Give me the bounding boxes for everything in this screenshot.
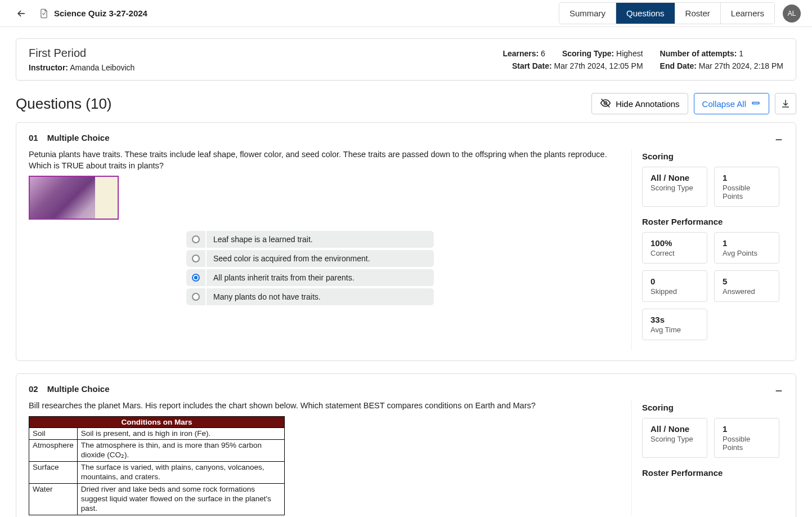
mars-table: Conditions on Mars SoilSoil is present, … bbox=[29, 416, 285, 515]
attempts-label: Number of attempts: bbox=[660, 49, 737, 58]
q1-points-box: 1 Possible Points bbox=[714, 167, 779, 207]
q1-roster-heading: Roster Performance bbox=[642, 217, 783, 226]
instructor-name: Amanda Leibovich bbox=[70, 63, 134, 72]
download-button[interactable] bbox=[775, 93, 796, 114]
document-icon bbox=[39, 8, 50, 19]
collapse-all-label: Collapse All bbox=[702, 99, 746, 109]
q1-skipped-box: 0 Skipped bbox=[642, 270, 707, 302]
mars-table-title: Conditions on Mars bbox=[29, 416, 285, 427]
mars-row-3: WaterDried river and lake beds and some … bbox=[29, 483, 285, 515]
avatar[interactable]: AL bbox=[783, 5, 801, 23]
learners-label: Learners: bbox=[503, 49, 539, 58]
q1-scoring-heading: Scoring bbox=[642, 151, 783, 161]
class-info-card: First Period Instructor: Amanda Leibovic… bbox=[16, 38, 796, 81]
hide-annotations-label: Hide Annotations bbox=[616, 99, 679, 109]
end-date-label: End Date: bbox=[660, 61, 697, 70]
q2-number: 02 bbox=[29, 384, 38, 394]
collapse-question-2-button[interactable] bbox=[774, 386, 783, 397]
end-date-value: Mar 27th 2024, 2:18 PM bbox=[699, 61, 783, 70]
collapse-icon bbox=[751, 98, 761, 110]
svg-rect-2 bbox=[752, 102, 759, 104]
q1-choice-3-label: Many plants do not have traits. bbox=[205, 288, 434, 305]
radio-icon bbox=[192, 235, 200, 243]
radio-icon bbox=[192, 255, 200, 262]
radio-icon bbox=[192, 274, 200, 282]
question-card-1: 01 Multiple Choice Petunia plants have t… bbox=[16, 122, 796, 361]
q1-number: 01 bbox=[29, 133, 38, 142]
section-title: Questions (10) bbox=[16, 95, 586, 113]
q1-choice-1-label: Seed color is acquired from the environm… bbox=[205, 250, 434, 267]
start-date-value: Mar 27th 2024, 12:05 PM bbox=[554, 61, 643, 70]
tab-roster[interactable]: Roster bbox=[675, 3, 721, 24]
svg-rect-4 bbox=[776, 390, 782, 391]
eye-off-icon bbox=[600, 97, 611, 110]
collapse-all-button[interactable]: Collapse All bbox=[694, 93, 769, 114]
q1-choice-2-label: All plants inherit traits from their par… bbox=[205, 269, 434, 286]
collapse-question-1-button[interactable] bbox=[774, 135, 783, 146]
tab-learners[interactable]: Learners bbox=[721, 3, 774, 24]
tab-questions[interactable]: Questions bbox=[616, 3, 675, 24]
learners-value: 6 bbox=[541, 49, 545, 58]
q2-roster-heading: Roster Performance bbox=[642, 468, 783, 478]
scoring-type-value: Highest bbox=[616, 49, 643, 58]
question-card-2: 02 Multiple Choice Bill researches the p… bbox=[16, 373, 796, 517]
q1-choice-1[interactable]: Seed color is acquired from the environm… bbox=[186, 250, 434, 267]
back-arrow-icon[interactable] bbox=[16, 8, 27, 19]
q1-choice-0[interactable]: Leaf shape is a learned trait. bbox=[186, 231, 434, 248]
nav-tabs: Summary Questions Roster Learners bbox=[559, 2, 775, 24]
q2-scoring-heading: Scoring bbox=[642, 403, 783, 412]
q1-avgtime-box: 33s Avg Time bbox=[642, 309, 707, 340]
q2-type: Multiple Choice bbox=[47, 384, 110, 394]
q1-choice-0-label: Leaf shape is a learned trait. bbox=[205, 231, 434, 248]
doc-title: Science Quiz 3-27-2024 bbox=[54, 8, 147, 18]
start-date-label: Start Date: bbox=[512, 61, 552, 70]
scoring-type-label: Scoring Type: bbox=[562, 49, 614, 58]
q1-type: Multiple Choice bbox=[47, 133, 110, 142]
mars-row-0: SoilSoil is present, and is high in iron… bbox=[29, 427, 285, 440]
q2-points-box: 1 Possible Points bbox=[714, 418, 779, 458]
q1-choice-2[interactable]: All plants inherit traits from their par… bbox=[186, 269, 434, 286]
hide-annotations-button[interactable]: Hide Annotations bbox=[591, 93, 688, 114]
q1-answered-box: 5 Answered bbox=[714, 270, 779, 302]
mars-row-1: AtmosphereThe atmosphere is thin, and is… bbox=[29, 440, 285, 462]
q1-avgpts-box: 1 Avg Points bbox=[714, 232, 779, 264]
attempts-value: 1 bbox=[739, 49, 743, 58]
radio-icon bbox=[192, 293, 200, 301]
q2-scoring-type-box: All / None Scoring Type bbox=[642, 418, 707, 458]
class-name: First Period bbox=[29, 47, 134, 60]
instructor-label: Instructor: bbox=[29, 63, 68, 72]
q1-correct-box: 100% Correct bbox=[642, 232, 707, 264]
tab-summary[interactable]: Summary bbox=[559, 3, 616, 24]
q1-scoring-type-box: All / None Scoring Type bbox=[642, 167, 707, 207]
svg-rect-3 bbox=[776, 139, 782, 140]
mars-row-2: SurfaceThe surface is varied, with plain… bbox=[29, 462, 285, 484]
q1-image bbox=[29, 176, 119, 220]
q2-text: Bill researches the planet Mars. His rep… bbox=[29, 400, 620, 412]
q1-choice-3[interactable]: Many plants do not have traits. bbox=[186, 288, 434, 305]
q1-text: Petunia plants have traits. These traits… bbox=[29, 149, 620, 171]
